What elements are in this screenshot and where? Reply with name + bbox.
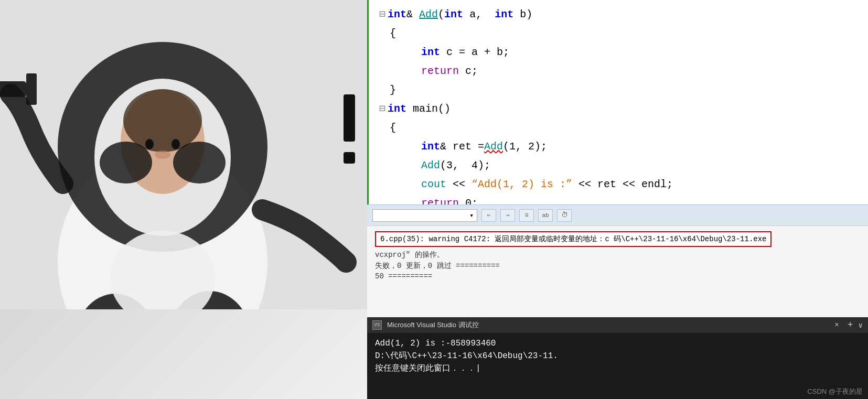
code-line-1: ⊟ int & Add ( int a, int b)	[379, 5, 858, 24]
console-panel: VS Microsoft Visual Studio 调试控 × + ∨ Add…	[367, 317, 868, 399]
code-token: return	[421, 63, 459, 80]
code-token: c = a + b;	[440, 44, 509, 61]
svg-point-10	[173, 142, 226, 184]
list-icon: ≡	[524, 212, 528, 219]
code-token: int	[388, 6, 406, 23]
code-line-3: int c = a + b;	[421, 43, 858, 62]
console-line-3: 按任意键关闭此窗口．．．|	[375, 362, 860, 375]
code-token: (3, 4);	[440, 157, 490, 174]
svg-rect-18	[344, 152, 355, 164]
code-line-10: cout << “Add(1, 2) is :” << ret << endl;	[421, 175, 858, 194]
code-token: {	[390, 25, 396, 42]
console-body: Add(1, 2) is :-858993460 D:\代码\C++\23-11…	[367, 333, 868, 379]
warning-text: 6.cpp(35): warning C4172: 返回局部变量或临时变量的地址…	[380, 235, 766, 243]
code-token: Add	[421, 157, 440, 174]
code-token: “Add(1, 2) is :”	[471, 176, 572, 193]
svg-point-7	[172, 139, 180, 149]
code-line-5: }	[379, 81, 858, 100]
code-token: }	[390, 82, 396, 99]
code-token: int	[444, 6, 463, 23]
code-token: Add	[484, 138, 503, 155]
code-token: &	[406, 6, 419, 23]
svg-point-6	[145, 139, 154, 149]
code-line-7: {	[379, 118, 858, 137]
dropdown-arrow: ▾	[469, 211, 474, 220]
svg-rect-17	[344, 94, 355, 142]
output-line-3: 失败，0 更新，0 跳过 ==========	[375, 261, 860, 271]
code-token: <<	[446, 176, 471, 193]
code-token: Add	[419, 6, 438, 23]
code-token: main()	[406, 101, 451, 117]
code-line-8: int & ret = Add (1, 2);	[421, 137, 858, 156]
toolbar-btn-ab[interactable]: ab	[538, 209, 553, 222]
svg-point-9	[100, 142, 152, 184]
down-icon: ⇒	[506, 211, 509, 219]
warning-message: 6.cpp(35): warning C4172: 返回局部变量或临时变量的地址…	[375, 231, 771, 247]
collapse-icon: ⊟	[379, 101, 385, 117]
console-title: Microsoft Visual Studio 调试控	[387, 320, 826, 330]
code-token: cout	[421, 176, 446, 193]
up-icon: ⇐	[487, 211, 490, 219]
console-chevron-button[interactable]: ∨	[859, 321, 863, 330]
svg-rect-11	[0, 81, 26, 97]
svg-point-5	[123, 89, 202, 152]
code-token: int	[388, 101, 406, 117]
output-line-4: 50 ==========	[375, 272, 860, 281]
toolbar-btn-clock[interactable]: ⏱	[557, 209, 572, 222]
code-token: {	[390, 120, 396, 136]
code-line-6: ⊟ int main()	[379, 100, 858, 118]
console-titlebar: VS Microsoft Visual Studio 调试控 × + ∨	[367, 317, 868, 333]
code-token: (1, 2);	[503, 138, 547, 155]
left-bottom-area	[0, 309, 367, 399]
console-line-1: Add(1, 2) is :-858993460	[375, 337, 860, 350]
console-close-button[interactable]: ×	[831, 321, 842, 329]
vs-icon: VS	[372, 320, 382, 330]
toolbar-panel: ▾ ⇐ ⇒ ≡ ab ⏱	[367, 204, 868, 225]
clock-icon: ⏱	[561, 211, 568, 219]
console-plus-button[interactable]: +	[848, 320, 853, 330]
code-content: ⊟ int & Add ( int a, int b) { int c = a …	[369, 0, 868, 237]
csdn-watermark: CSDN @子夜的星	[807, 387, 863, 396]
code-token: int	[421, 44, 440, 61]
collapse-icon: ⊟	[379, 6, 385, 23]
toolbar-btn-list[interactable]: ≡	[519, 209, 534, 222]
code-token: << ret << endl;	[572, 176, 673, 193]
code-token: int	[495, 6, 513, 23]
code-line-2: {	[379, 24, 858, 43]
code-token: int	[421, 138, 440, 155]
code-line-4: return c;	[421, 62, 858, 81]
output-panel: 6.cpp(35): warning C4172: 返回局部变量或临时变量的地址…	[367, 225, 868, 317]
code-token: c;	[459, 63, 478, 80]
code-token: (	[438, 6, 444, 23]
svg-point-8	[155, 150, 170, 159]
toolbar-btn-down[interactable]: ⇒	[500, 209, 515, 222]
svg-rect-13	[26, 73, 37, 105]
toolbar-btn-up[interactable]: ⇐	[481, 209, 496, 222]
code-line-9: Add (3, 4);	[421, 156, 858, 175]
code-token: b)	[513, 6, 532, 23]
output-dropdown[interactable]: ▾	[372, 209, 477, 222]
ab-icon: ab	[542, 212, 549, 219]
output-line-2: vcxproj" 的操作。	[375, 250, 860, 260]
console-line-2: D:\代码\C++\23-11-16\x64\Debug\23-11.	[375, 350, 860, 362]
code-token: a,	[463, 6, 495, 23]
code-token: & ret =	[440, 138, 484, 155]
